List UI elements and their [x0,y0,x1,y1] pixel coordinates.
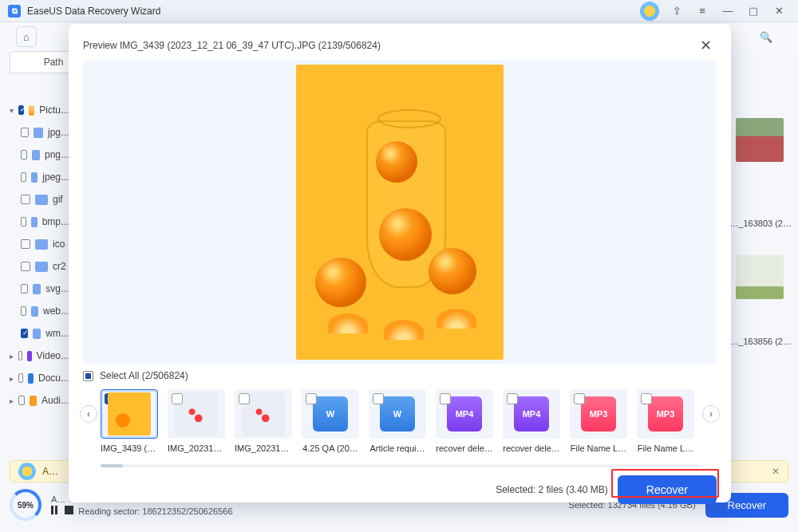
thumb-4[interactable]: W Article requi… [369,389,426,453]
thumb-label: recover dele… [503,443,560,453]
preview-pane [83,61,717,364]
doc-blue-icon: W [380,396,415,432]
thumbs-container: IMG_3439 (2… IMG_202311… IMG_202311… W 4… [83,386,717,456]
mp3-icon: MP3 [581,396,616,432]
thumb-label: IMG_202311… [168,443,225,453]
thumb-image[interactable] [235,389,292,439]
thumb-label: 4.25 QA (20… [302,443,359,453]
preview-image [296,65,504,360]
preview-modal: Preview IMG_3439 (2023_12_21 06_39_47 UT… [69,24,731,502]
thumb-checkbox[interactable] [306,393,317,404]
thumb-3[interactable]: W 4.25 QA (20… [302,389,359,453]
thumbnail-row: ‹ IMG_3439 (2… IMG_202311… IMG_202311… W [83,386,717,467]
thumb-image[interactable]: W [302,389,359,439]
modal-footer: Selected: 2 files (3.40 MB) Recover [83,467,717,504]
thumb-label: recover dele… [436,443,493,453]
thumb-0[interactable]: IMG_3439 (2… [101,389,158,453]
thumb-7[interactable]: MP3 File Name L… [570,389,627,453]
mp3-icon: MP3 [648,396,683,432]
recover-button[interactable]: Recover [618,475,717,504]
thumb-checkbox[interactable] [507,393,518,404]
doc-blue-icon: W [313,396,348,432]
thumb-image[interactable]: MP3 [637,389,694,439]
thumb-8[interactable]: MP3 File Name L… [637,389,694,453]
thumb-1[interactable]: IMG_202311… [168,389,225,453]
thumb-5[interactable]: MP4 recover dele… [436,389,493,453]
thumb-checkbox[interactable] [172,393,183,404]
mp4-icon: MP4 [447,396,482,432]
mp4-icon: MP4 [514,396,549,432]
selected-count: Selected: 2 files (3.40 MB) [496,484,608,495]
modal-backdrop: Preview IMG_3439 (2023_12_21 06_39_47 UT… [0,0,798,532]
thumb-label: File Name L… [637,443,694,453]
thumb-image[interactable]: MP4 [503,389,560,439]
select-all-label: Select All (2/506824) [100,370,188,381]
thumb-label: Article requi… [369,443,426,453]
thumb-checkbox[interactable] [641,393,652,404]
thumb-image[interactable]: MP4 [436,389,493,439]
thumb-image[interactable]: W [369,389,426,439]
thumb-image[interactable] [168,389,225,439]
modal-close-icon[interactable]: ✕ [695,35,717,56]
modal-header: Preview IMG_3439 (2023_12_21 06_39_47 UT… [83,35,717,56]
thumb-label: IMG_202311… [235,443,292,453]
thumbs-prev[interactable]: ‹ [80,405,97,423]
thumb-label: File Name L… [570,443,627,453]
thumb-image[interactable]: MP3 [570,389,627,439]
thumbs-scrollbar[interactable] [101,464,699,467]
thumb-2[interactable]: IMG_202311… [235,389,292,453]
thumb-checkbox[interactable] [373,393,384,404]
thumb-checkbox[interactable] [440,393,451,404]
thumbs-next[interactable]: › [702,405,720,423]
thumb-checkbox[interactable] [239,393,250,404]
thumb-6[interactable]: MP4 recover dele… [503,389,560,453]
thumb-checkbox[interactable] [574,393,585,404]
select-all-row[interactable]: Select All (2/506824) [83,370,717,381]
thumb-label: IMG_3439 (2… [101,443,158,453]
thumb-image[interactable] [101,389,158,439]
select-all-checkbox[interactable] [83,371,93,381]
modal-title: Preview IMG_3439 (2023_12_21 06_39_47 UT… [83,40,695,51]
